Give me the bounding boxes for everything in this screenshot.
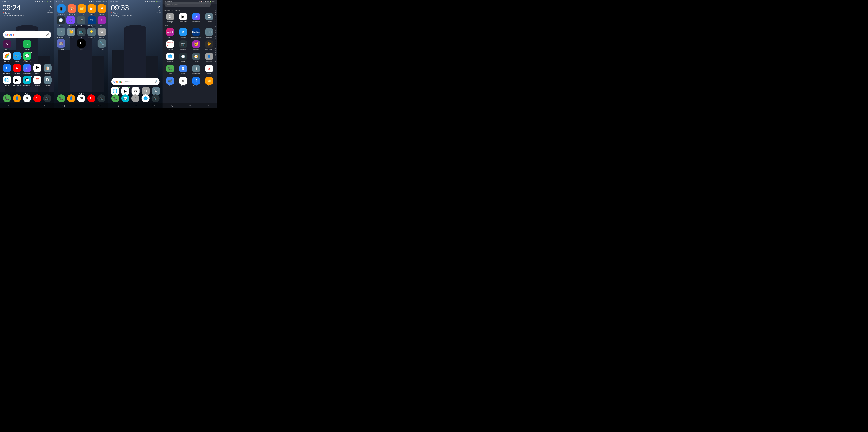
- alpha-r[interactable]: R: [215, 45, 216, 47]
- alpha-y[interactable]: Y: [215, 59, 216, 61]
- app-themes[interactable]: 🎨 Themes: [68, 4, 76, 15]
- app-compass-d[interactable]: 🧭 Compass: [190, 51, 203, 64]
- app-files[interactable]: 📁 Files: [78, 4, 86, 15]
- app-docs-d[interactable]: 📄 Docs: [177, 64, 189, 76]
- dock-opera-2[interactable]: O: [87, 94, 95, 103]
- search-input[interactable]: [166, 3, 209, 6]
- app-tools[interactable]: 🔧 Tools: [98, 39, 106, 50]
- alpha-i[interactable]: I: [215, 28, 216, 30]
- app-whatsapp[interactable]: 💬 WhatsApp: [23, 52, 31, 62]
- sugg-settings[interactable]: ⚙ Settings: [163, 11, 177, 24]
- alpha-j[interactable]: J: [215, 30, 216, 32]
- app-chrome-d[interactable]: 🌐 Chrome: [163, 51, 177, 64]
- dock-phone-2[interactable]: 📞: [57, 94, 65, 103]
- drawer-search[interactable]: [164, 2, 211, 7]
- app-maps[interactable]: 🗺 Maps: [33, 64, 41, 75]
- dock-opera-1[interactable]: O: [33, 94, 41, 103]
- app-calculator[interactable]: +-×÷ Calculator: [57, 28, 65, 38]
- app-twitter[interactable]: 🐦 Twitter: [13, 52, 21, 62]
- alpha-l[interactable]: L: [215, 34, 216, 36]
- dock-phone-3[interactable]: 📞: [111, 94, 119, 103]
- google-search-3[interactable]: Google Search... 🎤: [111, 78, 159, 85]
- dock-camera-1[interactable]: 📷: [43, 94, 51, 103]
- app-health[interactable]: ❤ Health: [98, 4, 106, 15]
- dock-contacts-1[interactable]: 👤: [13, 94, 21, 103]
- dock-messaging-3[interactable]: 💬: [121, 94, 129, 103]
- dock-email-2[interactable]: ✉: [77, 94, 85, 103]
- app-tv[interactable]: 📺 TV: [77, 28, 86, 38]
- app-facebook-d[interactable]: f Facebook: [190, 76, 203, 88]
- app-contacts-d[interactable]: 👤 Contacts: [203, 51, 216, 64]
- app-catbird[interactable]: 🐱 Cat Bird: [190, 39, 203, 51]
- app-email-d[interactable]: ✉ Email: [177, 76, 189, 88]
- sugg-gallery[interactable]: 🖼 Gallery: [203, 11, 216, 24]
- home-btn-4[interactable]: ○: [189, 104, 191, 107]
- dock-contacts-2[interactable]: 👤: [67, 94, 75, 103]
- home-btn-2[interactable]: ○: [81, 104, 82, 107]
- alpha-p[interactable]: P: [215, 41, 216, 44]
- recent-btn-1[interactable]: □: [44, 104, 46, 107]
- sugg-messenger[interactable]: ✉ Messenger: [190, 11, 203, 24]
- app-dialler-d[interactable]: 📞 Dialler: [163, 64, 177, 76]
- dock-phone-1[interactable]: 📞: [3, 94, 11, 103]
- alpha-z[interactable]: Z: [215, 61, 216, 63]
- app-clock-d[interactable]: 🕐 Clock: [177, 51, 189, 64]
- alpha-u[interactable]: U: [215, 51, 216, 53]
- google-search-1[interactable]: Google 🎤: [3, 31, 51, 38]
- app-clock[interactable]: 🕐 Clock: [57, 16, 65, 27]
- alpha-w[interactable]: W: [215, 55, 216, 57]
- app-playstore[interactable]: ▶ Play Store: [13, 76, 21, 86]
- alpha-b[interactable]: B: [215, 14, 216, 16]
- app-facebook[interactable]: f Facebook: [3, 64, 11, 75]
- recent-btn-2[interactable]: □: [98, 104, 100, 107]
- app-drive-d[interactable]: 🔺 Drive: [203, 64, 216, 76]
- app-music[interactable]: 🎵 Music: [66, 16, 75, 27]
- app-camera-d[interactable]: 📷 Camera: [177, 39, 189, 51]
- dock-chrome-3[interactable]: 🌐: [142, 94, 150, 103]
- mic-icon-3[interactable]: 🎤: [155, 80, 158, 83]
- app-duo-d[interactable]: 📹 Duo: [163, 76, 177, 88]
- app-settings[interactable]: ⚙ Settings: [98, 28, 106, 38]
- app-youtube[interactable]: ▶ YouTube: [13, 64, 21, 75]
- alpha-d[interactable]: D: [215, 18, 216, 20]
- alpha-e[interactable]: E: [215, 20, 216, 22]
- app-notepad[interactable]: 📋 Notepad: [43, 64, 52, 75]
- app-videos[interactable]: ▶ Videos: [88, 4, 96, 15]
- app-catsounds[interactable]: 🐈 Cat Sounds: [203, 39, 216, 51]
- app-tfl[interactable]: TfL TfL Oyster: [88, 16, 96, 27]
- app-files-d[interactable]: 📁 Files: [203, 76, 216, 88]
- alpha-g[interactable]: G: [215, 24, 216, 26]
- alpha-a[interactable]: A: [215, 12, 216, 14]
- app-topapps[interactable]: ⭐ Top Apps: [87, 28, 96, 38]
- alpha-k[interactable]: K: [215, 32, 216, 34]
- alpha-f[interactable]: F: [215, 22, 216, 24]
- app-uber[interactable]: U Uber: [77, 39, 86, 50]
- app-spotify[interactable]: ♪ Spotify: [23, 40, 31, 50]
- back-btn-2[interactable]: ◁: [62, 104, 65, 107]
- alpha-n[interactable]: N: [215, 37, 216, 39]
- alpha-s[interactable]: S: [215, 47, 216, 49]
- alpha-v[interactable]: V: [215, 53, 216, 55]
- home-btn-1[interactable]: ○: [27, 104, 28, 107]
- recent-btn-4[interactable]: □: [207, 104, 209, 107]
- app-tips[interactable]: ℹ Tips: [98, 16, 106, 27]
- app-soundrec[interactable]: 🎤 Sound Reco...: [76, 16, 86, 27]
- alpha-t[interactable]: T: [215, 49, 216, 51]
- app-calendar-d[interactable]: Tuesday7 Calendar: [163, 39, 177, 51]
- mic-icon-1[interactable]: 🎤: [46, 33, 49, 36]
- app-polytopia[interactable]: 🏰 Polytopia: [57, 39, 65, 50]
- app-messaging[interactable]: 💬 Messaging: [23, 76, 31, 86]
- app-phoneman[interactable]: 📱 Phone Man...: [57, 4, 66, 15]
- app-backup[interactable]: ↺ Backup: [177, 27, 189, 39]
- app-downloads-d[interactable]: ⬇ Downloads: [190, 64, 203, 76]
- app-booking[interactable]: Booking Booking.com...: [190, 27, 203, 39]
- alpha-o[interactable]: O: [215, 39, 216, 41]
- alpha-m[interactable]: M: [215, 35, 216, 37]
- alpha-hash[interactable]: #: [215, 10, 216, 12]
- app-gallery[interactable]: 🖼 Gallery: [43, 76, 52, 86]
- sugg-playstore[interactable]: ▶ Play Store: [177, 11, 189, 24]
- back-btn-1[interactable]: ◁: [8, 104, 10, 107]
- dock-camera-2[interactable]: 📷: [97, 94, 105, 103]
- back-btn-3[interactable]: ◁: [117, 104, 119, 107]
- app-google[interactable]: 🌐 Google: [3, 76, 11, 86]
